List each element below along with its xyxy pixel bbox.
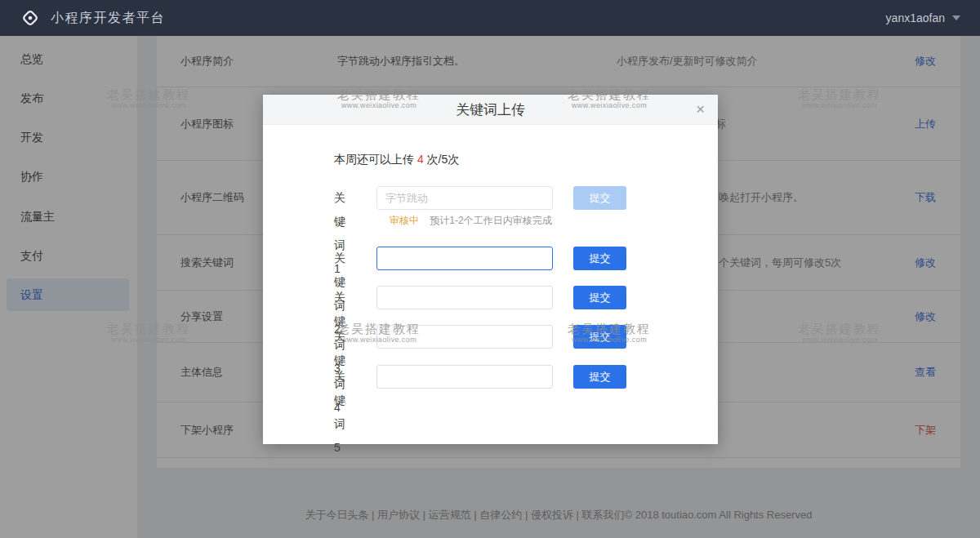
username: yanx1aofan (886, 11, 945, 24)
keyword-1-label: 关键词1 (334, 186, 345, 210)
keyword-1-input[interactable] (376, 186, 553, 210)
quota-suffix: 次/5次 (424, 153, 460, 166)
keyword-3-input[interactable] (376, 286, 553, 309)
top-header: 小程序开发者平台 yanx1aofan (0, 0, 980, 36)
keyword-upload-dialog: 关键词上传 × 本周还可以上传 4 次/5次 关键词1 提交 审核中 预计1-2… (263, 95, 718, 444)
keyword-1-submit-button[interactable]: 提交 (573, 186, 626, 210)
keyword-5-input[interactable] (376, 365, 553, 389)
page-title: 小程序开发者平台 (51, 10, 165, 27)
keyword-4-input[interactable] (376, 325, 553, 349)
keyword-5-submit-button[interactable]: 提交 (573, 365, 626, 389)
keyword-2-label: 关键词2 (334, 247, 345, 270)
keyword-2-submit-button[interactable]: 提交 (573, 247, 626, 270)
platform-logo-icon (20, 7, 41, 29)
keyword-1-review-status: 审核中 预计1-2个工作日内审核完成 (390, 214, 552, 228)
user-menu[interactable]: yanx1aofan (886, 11, 960, 24)
quota-count: 4 (417, 153, 424, 166)
review-status-badge: 审核中 (390, 215, 419, 226)
review-status-note: 预计1-2个工作日内审核完成 (430, 215, 551, 226)
keyword-3-label: 关键词3 (334, 286, 345, 309)
keyword-3-submit-button[interactable]: 提交 (573, 286, 626, 309)
dialog-header: 关键词上传 × (263, 95, 718, 125)
keyword-5-label: 关键词5 (334, 365, 345, 389)
keyword-4-label: 关键词4 (334, 325, 345, 349)
keyword-4-submit-button[interactable]: 提交 (573, 325, 626, 349)
upload-quota-text: 本周还可以上传 4 次/5次 (334, 153, 459, 167)
chevron-down-icon (952, 16, 960, 20)
keyword-2-input[interactable] (376, 247, 553, 270)
quota-prefix: 本周还可以上传 (334, 153, 417, 166)
close-icon[interactable]: × (696, 95, 705, 124)
dialog-title: 关键词上传 (263, 95, 718, 125)
